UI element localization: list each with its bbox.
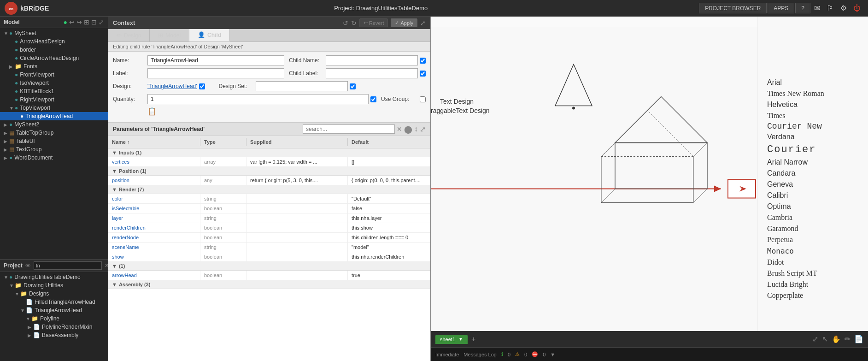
font-item-times-new-roman[interactable]: Times New Roman [767, 89, 824, 99]
revert-button[interactable]: ↩ Revert [359, 18, 388, 27]
font-item-times[interactable]: Times [767, 111, 785, 121]
font-item-arial[interactable]: Arial [767, 77, 782, 88]
table-row[interactable]: arrowHead boolean true TriangleArrowHead [108, 271, 430, 280]
tree-item-tabletopgroup[interactable]: ▶ ▦ TableTopGroup [0, 129, 108, 137]
proj-triangle-arrowhead[interactable]: ▼ 📄 TriangleArrowHead [0, 306, 108, 314]
font-item-lucida-bright[interactable]: Lucida Bright [767, 279, 808, 290]
font-item-geneva[interactable]: Geneva [767, 179, 793, 189]
proj-drawing-utilities[interactable]: ▼ 📁 Drawing Utilities [0, 281, 108, 290]
sort-expand-icon[interactable]: ⤢ [420, 125, 426, 134]
tree-item-fonts[interactable]: ▶ 📁 Fonts [0, 62, 108, 71]
cursor-icon[interactable]: ↖ [822, 335, 828, 343]
mail-button[interactable]: ✉ [811, 3, 823, 13]
font-item-candara[interactable]: Candara [767, 168, 795, 178]
table-row[interactable]: color string "Default" Render3Mixin [108, 194, 430, 204]
font-item-arial-narrow[interactable]: Arial Narrow [767, 157, 808, 167]
table-row[interactable]: show boolean this.nha.renderChildren Ren… [108, 252, 430, 262]
font-item-cambria[interactable]: Cambria [767, 213, 792, 223]
new-tab-icon[interactable]: + [471, 335, 475, 343]
power-button[interactable]: ⏻ [850, 3, 863, 13]
project-search-input[interactable] [34, 261, 102, 270]
sort-az-icon[interactable]: ↕ [414, 125, 418, 133]
section-collapse-icon[interactable]: ▼ [112, 282, 117, 287]
project-eye-icon[interactable]: 👁 [25, 262, 31, 269]
model-icon4[interactable]: ⊞ [84, 18, 89, 26]
table-row[interactable]: isSelectable boolean false Render3Mixin [108, 204, 430, 213]
child-name-input[interactable] [326, 55, 418, 65]
tree-item-mysheet2[interactable]: ▶ ● MySheet2 [0, 120, 108, 129]
pen-icon[interactable]: ✏ [845, 335, 850, 343]
child-label-input[interactable] [326, 68, 418, 78]
search-clear-icon[interactable]: ✕ [397, 125, 402, 133]
tab-child[interactable]: 👤 Child [189, 29, 230, 41]
name-input[interactable] [147, 55, 284, 65]
tree-item-circle[interactable]: ● CircleArrowHeadDesign [0, 54, 108, 62]
child-label-checkbox[interactable] [420, 71, 426, 77]
model-icon5[interactable]: ⊡ [91, 18, 97, 26]
params-search-input[interactable] [303, 124, 395, 134]
font-item-copperplate[interactable]: Copperplate [767, 290, 803, 301]
tree-item-frontviewport[interactable]: ● FrontViewport [0, 71, 108, 79]
file-icon[interactable]: 📋 [147, 107, 157, 116]
doc-icon[interactable]: 📄 [854, 335, 863, 343]
apps-button[interactable]: APPS [768, 3, 794, 13]
table-row[interactable]: renderChildren boolean this.show Render3… [108, 223, 430, 233]
model-icon3[interactable]: ↪ [76, 18, 82, 26]
font-item-monaco[interactable]: Monaco [767, 246, 794, 256]
model-icon2[interactable]: ↩ [69, 18, 75, 26]
proj-polyline-render[interactable]: ▶ 📄 PolylineRenderMixin [0, 323, 108, 331]
tree-item-worddocument[interactable]: ▶ ● WordDocument [0, 154, 108, 162]
design-set-checkbox[interactable] [350, 83, 356, 89]
font-item-courier-new[interactable]: Courier New [767, 122, 822, 131]
section-collapse-icon[interactable]: ▼ [112, 168, 117, 174]
apply-button[interactable]: ✓ Apply [391, 18, 417, 27]
model-icon6[interactable]: ⤢ [99, 18, 104, 26]
flag-button[interactable]: 🏳 [824, 3, 837, 13]
settings-button[interactable]: ⚙ [838, 3, 850, 13]
proj-designs[interactable]: ▼ 📁 Designs [0, 290, 108, 298]
table-row[interactable]: vertices array var lgth = 0.125; var wdt… [108, 157, 430, 167]
font-item-perpetua[interactable]: Perpetua [767, 235, 793, 245]
table-row[interactable]: sceneName string "model" Render3Mixin [108, 243, 430, 252]
design-link[interactable]: 'TriangleArrowHead' [147, 83, 197, 89]
proj-tree-root[interactable]: ▼ ● DrawingUtilitiesTableDemo [0, 273, 108, 281]
tab-model[interactable]: ⊞ Model [150, 29, 189, 41]
hand-icon[interactable]: ✋ [832, 335, 841, 343]
help-button[interactable]: ? [795, 3, 810, 13]
undo-button[interactable]: ↺ [343, 19, 348, 27]
font-item-brush-script[interactable]: Brush Script MT [767, 268, 817, 278]
font-item-courier[interactable]: Courier [767, 143, 816, 156]
sort-dot-icon[interactable]: ⬤ [404, 125, 412, 134]
tree-item-textgroup[interactable]: ▶ ▦ TextGroup [0, 145, 108, 154]
table-row[interactable]: layer string this.nha.layer Render3Mixin [108, 213, 430, 223]
tree-item-arrowhead[interactable]: ● ArrowHeadDesign [0, 37, 108, 46]
proj-filled-triangle[interactable]: 📄 FilledTriangleArrowHead [0, 298, 108, 306]
font-item-didot[interactable]: Didot [767, 257, 784, 267]
font-item-verdana[interactable]: Verdana [767, 132, 795, 142]
tree-item-trianglearrowhead[interactable]: ● TriangleArrowHead [0, 112, 108, 120]
tree-item-border[interactable]: ● border [0, 46, 108, 54]
proj-base-assembly[interactable]: ▶ 📄 BaseAssembly [0, 331, 108, 339]
quantity-input[interactable] [147, 94, 369, 104]
section-collapse-icon[interactable]: ▼ [112, 187, 117, 192]
quantity-checkbox[interactable] [370, 96, 376, 102]
sheet-tab[interactable]: sheet1 ▼ [435, 335, 468, 344]
design-checkbox[interactable] [199, 83, 205, 89]
font-item-calibri[interactable]: Calibri [767, 190, 788, 201]
expand-context-button[interactable]: ⤢ [420, 19, 426, 27]
tree-item-topviewport[interactable]: ▼ ● TopViewport [0, 104, 108, 112]
tab-design[interactable]: ✏ Design [108, 29, 150, 41]
use-group-checkbox[interactable] [420, 96, 426, 102]
label-input[interactable] [147, 68, 284, 78]
project-browser-button[interactable]: PROJECT BROWSER [699, 3, 767, 13]
tree-item-tableui[interactable]: ▶ ▦ TableUI [0, 137, 108, 145]
design-set-input[interactable] [256, 81, 348, 91]
tree-item-mysheet[interactable]: ▼ ● MySheet [0, 29, 108, 37]
section-collapse-icon[interactable]: ▼ [112, 263, 117, 269]
redo-button[interactable]: ↻ [351, 19, 357, 27]
section-collapse-icon[interactable]: ▼ [112, 150, 117, 155]
zoom-fit-icon[interactable]: ⤢ [812, 335, 818, 343]
font-item-helvetica[interactable]: Helvetica [767, 100, 798, 110]
tree-item-rightviewport[interactable]: ● RightViewport [0, 95, 108, 104]
tree-item-isoviewport[interactable]: ● IsoViewport [0, 79, 108, 87]
